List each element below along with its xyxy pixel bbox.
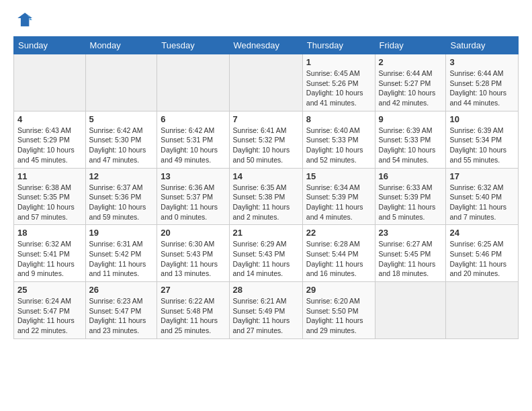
day-info: Sunrise: 6:39 AM Sunset: 5:34 PM Dayligh… bbox=[449, 126, 515, 165]
day-cell: 3Sunrise: 6:44 AM Sunset: 5:28 PM Daylig… bbox=[446, 54, 519, 111]
week-row-2: 4Sunrise: 6:43 AM Sunset: 5:29 PM Daylig… bbox=[14, 111, 519, 168]
day-number: 28 bbox=[233, 285, 299, 295]
day-cell bbox=[14, 54, 86, 111]
day-info: Sunrise: 6:45 AM Sunset: 5:26 PM Dayligh… bbox=[306, 68, 371, 108]
day-info: Sunrise: 6:25 AM Sunset: 5:46 PM Dayligh… bbox=[449, 239, 515, 279]
day-number: 4 bbox=[17, 114, 82, 124]
header bbox=[13, 11, 519, 30]
day-number: 20 bbox=[161, 228, 225, 238]
day-cell: 25Sunrise: 6:24 AM Sunset: 5:47 PM Dayli… bbox=[14, 282, 86, 339]
week-row-1: 1Sunrise: 6:45 AM Sunset: 5:26 PM Daylig… bbox=[14, 54, 519, 111]
col-header-saturday: Saturday bbox=[446, 37, 519, 54]
day-number: 27 bbox=[161, 285, 225, 295]
day-info: Sunrise: 6:37 AM Sunset: 5:36 PM Dayligh… bbox=[89, 183, 154, 222]
day-number: 9 bbox=[379, 114, 443, 124]
day-number: 13 bbox=[161, 171, 225, 181]
day-cell: 5Sunrise: 6:42 AM Sunset: 5:30 PM Daylig… bbox=[85, 111, 157, 168]
day-cell bbox=[157, 54, 229, 111]
logo bbox=[13, 11, 35, 30]
day-number: 12 bbox=[89, 171, 154, 181]
col-header-friday: Friday bbox=[375, 37, 446, 54]
day-info: Sunrise: 6:33 AM Sunset: 5:39 PM Dayligh… bbox=[379, 183, 443, 222]
day-cell: 23Sunrise: 6:27 AM Sunset: 5:45 PM Dayli… bbox=[375, 225, 446, 282]
day-number: 22 bbox=[306, 228, 371, 238]
col-header-monday: Monday bbox=[85, 37, 157, 54]
day-cell: 17Sunrise: 6:32 AM Sunset: 5:40 PM Dayli… bbox=[446, 168, 519, 225]
day-info: Sunrise: 6:21 AM Sunset: 5:49 PM Dayligh… bbox=[233, 296, 299, 336]
day-number: 19 bbox=[89, 228, 154, 238]
day-info: Sunrise: 6:44 AM Sunset: 5:27 PM Dayligh… bbox=[379, 68, 443, 108]
week-row-3: 11Sunrise: 6:38 AM Sunset: 5:35 PM Dayli… bbox=[14, 168, 519, 225]
day-info: Sunrise: 6:28 AM Sunset: 5:44 PM Dayligh… bbox=[306, 239, 371, 279]
week-row-5: 25Sunrise: 6:24 AM Sunset: 5:47 PM Dayli… bbox=[14, 282, 519, 339]
day-cell: 27Sunrise: 6:22 AM Sunset: 5:48 PM Dayli… bbox=[157, 282, 229, 339]
day-number: 10 bbox=[449, 114, 515, 124]
day-info: Sunrise: 6:30 AM Sunset: 5:43 PM Dayligh… bbox=[161, 239, 225, 279]
day-cell bbox=[446, 282, 519, 339]
day-info: Sunrise: 6:32 AM Sunset: 5:41 PM Dayligh… bbox=[17, 239, 82, 279]
day-number: 21 bbox=[233, 228, 299, 238]
day-info: Sunrise: 6:42 AM Sunset: 5:30 PM Dayligh… bbox=[89, 126, 154, 165]
col-header-wednesday: Wednesday bbox=[229, 37, 302, 54]
day-info: Sunrise: 6:24 AM Sunset: 5:47 PM Dayligh… bbox=[17, 296, 82, 336]
day-cell: 26Sunrise: 6:23 AM Sunset: 5:47 PM Dayli… bbox=[85, 282, 157, 339]
day-number: 17 bbox=[449, 171, 515, 181]
logo-icon bbox=[13, 11, 32, 30]
day-cell: 16Sunrise: 6:33 AM Sunset: 5:39 PM Dayli… bbox=[375, 168, 446, 225]
col-header-thursday: Thursday bbox=[302, 37, 375, 54]
day-info: Sunrise: 6:22 AM Sunset: 5:48 PM Dayligh… bbox=[161, 296, 225, 336]
day-cell bbox=[85, 54, 157, 111]
day-cell: 15Sunrise: 6:34 AM Sunset: 5:39 PM Dayli… bbox=[302, 168, 375, 225]
day-number: 8 bbox=[306, 114, 371, 124]
day-info: Sunrise: 6:20 AM Sunset: 5:50 PM Dayligh… bbox=[306, 296, 371, 336]
col-header-sunday: Sunday bbox=[14, 37, 86, 54]
day-cell: 21Sunrise: 6:29 AM Sunset: 5:43 PM Dayli… bbox=[229, 225, 302, 282]
day-number: 16 bbox=[379, 171, 443, 181]
day-info: Sunrise: 6:40 AM Sunset: 5:33 PM Dayligh… bbox=[306, 126, 371, 165]
day-info: Sunrise: 6:38 AM Sunset: 5:35 PM Dayligh… bbox=[17, 183, 82, 222]
day-cell: 1Sunrise: 6:45 AM Sunset: 5:26 PM Daylig… bbox=[302, 54, 375, 111]
day-info: Sunrise: 6:35 AM Sunset: 5:38 PM Dayligh… bbox=[233, 183, 299, 222]
day-number: 23 bbox=[379, 228, 443, 238]
day-info: Sunrise: 6:29 AM Sunset: 5:43 PM Dayligh… bbox=[233, 239, 299, 279]
day-cell: 19Sunrise: 6:31 AM Sunset: 5:42 PM Dayli… bbox=[85, 225, 157, 282]
day-info: Sunrise: 6:44 AM Sunset: 5:28 PM Dayligh… bbox=[449, 68, 515, 108]
header-row: SundayMondayTuesdayWednesdayThursdayFrid… bbox=[14, 37, 519, 54]
day-cell: 22Sunrise: 6:28 AM Sunset: 5:44 PM Dayli… bbox=[302, 225, 375, 282]
day-cell: 7Sunrise: 6:41 AM Sunset: 5:32 PM Daylig… bbox=[229, 111, 302, 168]
day-number: 26 bbox=[89, 285, 154, 295]
day-number: 7 bbox=[233, 114, 299, 124]
day-info: Sunrise: 6:31 AM Sunset: 5:42 PM Dayligh… bbox=[89, 239, 154, 279]
day-info: Sunrise: 6:39 AM Sunset: 5:33 PM Dayligh… bbox=[379, 126, 443, 165]
day-cell: 10Sunrise: 6:39 AM Sunset: 5:34 PM Dayli… bbox=[446, 111, 519, 168]
day-number: 11 bbox=[17, 171, 82, 181]
day-info: Sunrise: 6:34 AM Sunset: 5:39 PM Dayligh… bbox=[306, 183, 371, 222]
calendar-table: SundayMondayTuesdayWednesdayThursdayFrid… bbox=[13, 36, 519, 339]
day-info: Sunrise: 6:23 AM Sunset: 5:47 PM Dayligh… bbox=[89, 296, 154, 336]
day-cell bbox=[375, 282, 446, 339]
day-cell: 12Sunrise: 6:37 AM Sunset: 5:36 PM Dayli… bbox=[85, 168, 157, 225]
day-number: 18 bbox=[17, 228, 82, 238]
day-number: 1 bbox=[306, 57, 371, 67]
day-info: Sunrise: 6:32 AM Sunset: 5:40 PM Dayligh… bbox=[449, 183, 515, 222]
day-number: 25 bbox=[17, 285, 82, 295]
day-cell: 28Sunrise: 6:21 AM Sunset: 5:49 PM Dayli… bbox=[229, 282, 302, 339]
day-number: 3 bbox=[449, 57, 515, 67]
day-number: 14 bbox=[233, 171, 299, 181]
day-number: 5 bbox=[89, 114, 154, 124]
day-number: 29 bbox=[306, 285, 371, 295]
day-cell: 24Sunrise: 6:25 AM Sunset: 5:46 PM Dayli… bbox=[446, 225, 519, 282]
day-info: Sunrise: 6:36 AM Sunset: 5:37 PM Dayligh… bbox=[161, 183, 225, 222]
day-cell: 18Sunrise: 6:32 AM Sunset: 5:41 PM Dayli… bbox=[14, 225, 86, 282]
day-cell: 8Sunrise: 6:40 AM Sunset: 5:33 PM Daylig… bbox=[302, 111, 375, 168]
day-number: 6 bbox=[161, 114, 225, 124]
day-cell: 14Sunrise: 6:35 AM Sunset: 5:38 PM Dayli… bbox=[229, 168, 302, 225]
day-number: 15 bbox=[306, 171, 371, 181]
day-cell: 29Sunrise: 6:20 AM Sunset: 5:50 PM Dayli… bbox=[302, 282, 375, 339]
day-info: Sunrise: 6:27 AM Sunset: 5:45 PM Dayligh… bbox=[379, 239, 443, 279]
col-header-tuesday: Tuesday bbox=[157, 37, 229, 54]
day-cell: 13Sunrise: 6:36 AM Sunset: 5:37 PM Dayli… bbox=[157, 168, 229, 225]
day-cell: 6Sunrise: 6:42 AM Sunset: 5:31 PM Daylig… bbox=[157, 111, 229, 168]
day-cell: 4Sunrise: 6:43 AM Sunset: 5:29 PM Daylig… bbox=[14, 111, 86, 168]
week-row-4: 18Sunrise: 6:32 AM Sunset: 5:41 PM Dayli… bbox=[14, 225, 519, 282]
